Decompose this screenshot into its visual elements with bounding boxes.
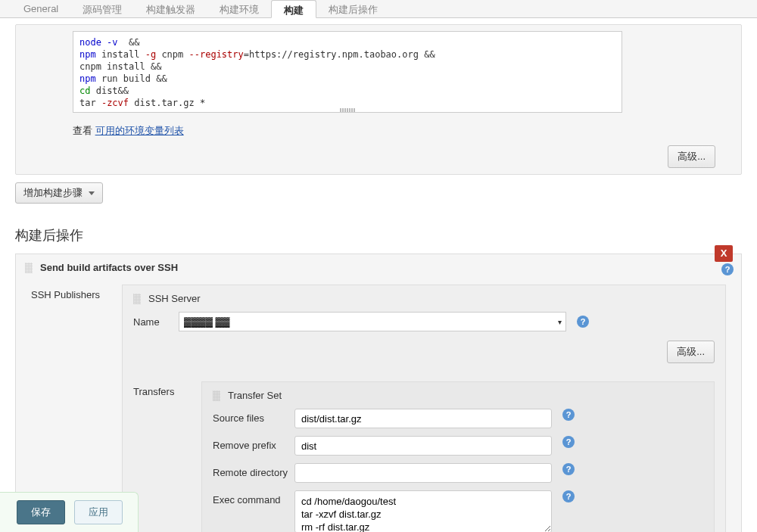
remote-directory-label: Remote directory — [213, 463, 294, 478]
ssh-name-select[interactable]: ▓▓▓▓ ▓▓ — [179, 312, 566, 331]
post-build-heading: 构建后操作 — [15, 226, 742, 244]
shell-command-editor[interactable]: node -v && npm install -g cnpm --registr… — [73, 31, 622, 113]
drag-handle-icon[interactable] — [133, 294, 141, 304]
exec-command-textarea[interactable] — [294, 490, 552, 532]
tab-build[interactable]: 构建 — [271, 0, 316, 18]
resize-grip[interactable] — [340, 108, 355, 112]
remove-prefix-label: Remove prefix — [213, 436, 294, 451]
help-icon[interactable]: ? — [721, 263, 734, 275]
source-files-input[interactable] — [294, 409, 552, 428]
advanced-button[interactable]: 高级... — [668, 145, 715, 168]
help-icon[interactable]: ? — [562, 490, 575, 502]
tab-env[interactable]: 构建环境 — [207, 0, 271, 17]
transfers-label: Transfers — [133, 381, 201, 397]
help-icon[interactable]: ? — [562, 463, 575, 475]
tab-scm[interactable]: 源码管理 — [70, 0, 134, 17]
ssh-publishers-label: SSH Publishers — [31, 285, 122, 300]
help-icon[interactable]: ? — [562, 436, 575, 448]
config-tabs: General 源码管理 构建触发器 构建环境 构建 构建后操作 — [0, 0, 757, 18]
help-icon[interactable]: ? — [562, 409, 575, 421]
env-vars-hint: 查看 可用的环境变量列表 — [73, 124, 734, 138]
transfer-set-block: Transfer Set Source files ? — [201, 381, 715, 532]
build-section: node -v && npm install -g cnpm --registr… — [15, 24, 742, 175]
drag-handle-icon[interactable] — [213, 390, 220, 401]
tab-general[interactable]: General — [11, 0, 70, 17]
ssh-server-block: SSH Server Name ▓▓▓▓ ▓▓ ▾ ? — [122, 285, 726, 532]
transfer-set-title: Transfer Set — [228, 390, 282, 401]
ssh-advanced-button[interactable]: 高级... — [667, 341, 715, 363]
save-bar: 保存 应用 — [0, 492, 139, 532]
tab-trigger[interactable]: 构建触发器 — [134, 0, 207, 17]
chevron-down-icon — [89, 191, 95, 195]
exec-command-label: Exec command — [213, 490, 294, 506]
help-icon[interactable]: ? — [577, 316, 589, 328]
tab-post[interactable]: 构建后操作 — [316, 0, 390, 17]
apply-button[interactable]: 应用 — [74, 500, 123, 524]
save-button[interactable]: 保存 — [17, 500, 65, 524]
env-vars-link[interactable]: 可用的环境变量列表 — [95, 125, 184, 136]
ssh-section-title: Send build artifacts over SSH — [40, 262, 178, 273]
remote-directory-input[interactable] — [294, 463, 552, 483]
remove-prefix-input[interactable] — [294, 436, 552, 456]
add-build-step-button[interactable]: 增加构建步骤 — [15, 182, 103, 204]
drag-handle-icon[interactable] — [25, 263, 33, 273]
source-files-label: Source files — [213, 409, 294, 424]
ssh-server-title: SSH Server — [148, 293, 201, 304]
ssh-name-label: Name — [133, 316, 179, 328]
post-build-section: X Send build artifacts over SSH ? SSH Pu… — [15, 254, 742, 532]
